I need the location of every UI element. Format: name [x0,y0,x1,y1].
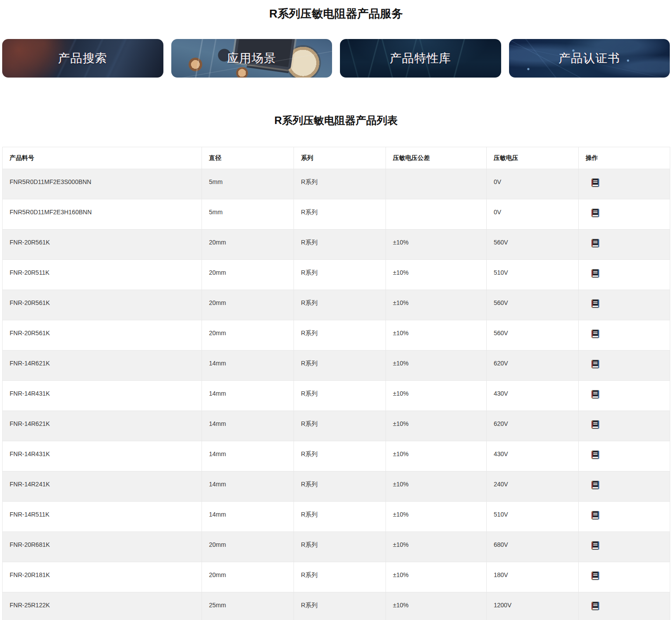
cell-action [579,592,670,620]
cell-part-number: FNR-20R561K [3,290,202,320]
cell-tolerance [386,199,487,230]
view-detail-button[interactable] [591,329,600,338]
notebook-icon [591,239,600,248]
cell-part-number: FNR-20R511K [3,260,202,290]
cell-tolerance [386,169,487,199]
cell-action [579,441,670,471]
view-detail-button[interactable] [591,571,600,580]
cell-action [579,199,670,230]
cell-series: R系列 [294,592,386,620]
cell-tolerance: ±10% [386,502,487,532]
cell-tolerance: ±10% [386,592,487,620]
cell-diameter: 14mm [202,471,294,502]
banner-product-characteristics[interactable]: 产品特性库 [340,39,501,78]
view-detail-button[interactable] [591,481,600,489]
cell-action [579,230,670,260]
notebook-icon [591,390,600,399]
banner-label: 应用场景 [227,50,276,66]
cell-voltage: 560V [487,290,579,320]
cell-diameter: 20mm [202,562,294,592]
view-detail-button[interactable] [591,239,600,248]
column-header-part-number: 产品料号 [3,147,202,169]
notebook-icon [591,178,600,187]
view-detail-button[interactable] [591,209,600,217]
table-row: FNR-20R181K 20mm R系列 ±10% 180V [3,562,670,592]
cell-diameter: 20mm [202,320,294,351]
column-header-diameter: 直径 [202,147,294,169]
column-header-action: 操作 [579,147,670,169]
cell-voltage: 180V [487,562,579,592]
view-detail-button[interactable] [591,299,600,308]
view-detail-button[interactable] [591,178,600,187]
cell-series: R系列 [294,532,386,562]
banner-product-certificates[interactable]: 产品认证书 [509,39,670,78]
cell-tolerance: ±10% [386,532,487,562]
cell-voltage: 0V [487,169,579,199]
view-detail-button[interactable] [591,360,600,368]
cell-part-number: FNR-14R621K [3,411,202,441]
table-row: FNR-14R621K 14mm R系列 ±10% 620V [3,411,670,441]
view-detail-button[interactable] [591,269,600,278]
cell-series: R系列 [294,199,386,230]
cell-part-number: FNR-14R511K [3,502,202,532]
cell-tolerance: ±10% [386,320,487,351]
cell-series: R系列 [294,411,386,441]
cell-voltage: 620V [487,411,579,441]
column-header-tolerance: 压敏电压公差 [386,147,487,169]
cell-tolerance: ±10% [386,351,487,381]
cell-part-number: FNR5R0D11MF2E3H160BNN [3,199,202,230]
cell-voltage: 510V [487,502,579,532]
table-row: FNR-14R241K 14mm R系列 ±10% 240V [3,471,670,502]
table-row: FNR-14R431K 14mm R系列 ±10% 430V [3,381,670,411]
cell-action [579,351,670,381]
table-header-row: 产品料号 直径 系列 压敏电压公差 压敏电压 操作 [3,147,670,169]
view-detail-button[interactable] [591,541,600,550]
cell-action [579,381,670,411]
cell-series: R系列 [294,441,386,471]
cell-voltage: 1200V [487,592,579,620]
cell-diameter: 14mm [202,502,294,532]
cell-tolerance: ±10% [386,411,487,441]
cell-part-number: FNR-20R561K [3,230,202,260]
view-detail-button[interactable] [591,450,600,459]
column-header-voltage: 压敏电压 [487,147,579,169]
cell-diameter: 20mm [202,532,294,562]
banner-product-search[interactable]: 产品搜索 [2,39,163,78]
table-title: R系列压敏电阻器产品列表 [0,113,672,128]
notebook-icon [591,269,600,278]
notebook-icon [591,329,600,338]
banner-label: 产品特性库 [390,50,451,66]
notebook-icon [591,209,600,217]
banner-label: 产品搜索 [58,50,107,66]
notebook-icon [591,571,600,580]
notebook-icon [591,299,600,308]
cell-part-number: FNR-20R561K [3,320,202,351]
cell-action [579,532,670,562]
cell-series: R系列 [294,290,386,320]
view-detail-button[interactable] [591,420,600,429]
column-header-series: 系列 [294,147,386,169]
cell-part-number: FNR-14R431K [3,381,202,411]
view-detail-button[interactable] [591,511,600,520]
table-row: FNR5R0D11MF2E3H160BNN 5mm R系列 0V [3,199,670,230]
table-row: FNR-20R561K 20mm R系列 ±10% 560V [3,290,670,320]
table-row: FNR-14R621K 14mm R系列 ±10% 620V [3,351,670,381]
cell-voltage: 560V [487,320,579,351]
notebook-icon [591,450,600,459]
table-row: FNR-14R511K 14mm R系列 ±10% 510V [3,502,670,532]
cell-voltage: 620V [487,351,579,381]
view-detail-button[interactable] [591,390,600,399]
notebook-icon [591,602,600,610]
product-table: 产品料号 直径 系列 压敏电压公差 压敏电压 操作 FNR5R0D11MF2E3… [2,147,670,620]
notebook-icon [591,511,600,520]
cell-series: R系列 [294,320,386,351]
cell-tolerance: ±10% [386,471,487,502]
cell-voltage: 680V [487,532,579,562]
cell-diameter: 20mm [202,230,294,260]
cell-action [579,169,670,199]
banner-application-scenarios[interactable]: 应用场景 [171,39,332,78]
cell-voltage: 510V [487,260,579,290]
cell-voltage: 430V [487,441,579,471]
notebook-icon [591,481,600,489]
view-detail-button[interactable] [591,602,600,610]
